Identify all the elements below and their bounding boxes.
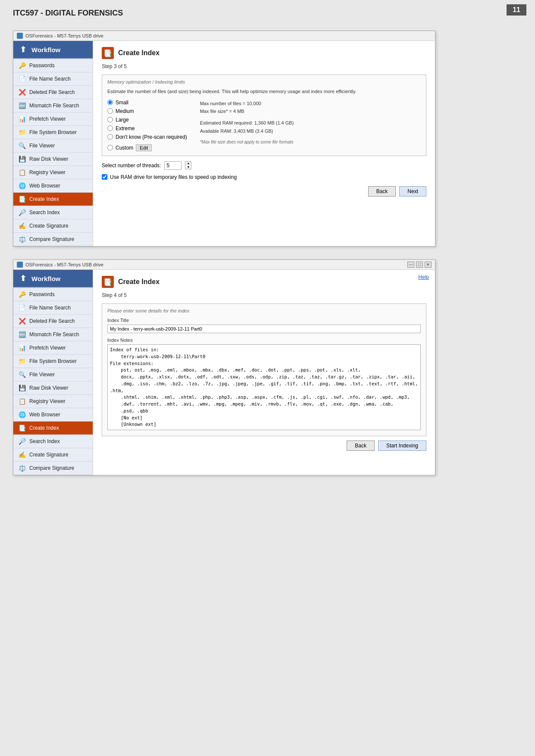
sidebar-item-create-index[interactable]: 📑 Create Index	[13, 193, 93, 206]
radio-medium-input[interactable]	[107, 108, 113, 114]
compare-signature-label: Compare Signature	[29, 236, 74, 242]
sidebar-item-compare-signature[interactable]: ⚖️ Compare Signature	[13, 233, 93, 246]
workflow-header: ⬆ Workflow	[13, 41, 93, 58]
sidebar-item-file-name-search-2[interactable]: 📄 File Name Search	[13, 301, 93, 315]
compare-signature-icon-2: ⚖️	[18, 464, 26, 472]
sidebar-item-prefetch-viewer[interactable]: 📊 Prefetch Viewer	[13, 112, 93, 126]
back-button-2[interactable]: Back	[347, 440, 375, 451]
close-button[interactable]: ✕	[425, 262, 432, 268]
next-button-1[interactable]: Next	[399, 186, 426, 197]
radio-custom-row: Custom Edit	[107, 144, 187, 151]
file-system-browser-icon-2: 📁	[18, 357, 26, 366]
registry-viewer-icon: 📋	[18, 168, 26, 177]
sidebar-item-file-viewer[interactable]: 🔍 File Viewer	[13, 139, 93, 153]
search-index-label-2: Search Index	[29, 438, 60, 444]
ram-drive-checkbox-row[interactable]: Use RAM drive for temporary files to spe…	[102, 174, 426, 180]
file-name-search-icon: 📄	[18, 75, 26, 83]
mismatch-file-search-icon-2: 🔤	[18, 330, 26, 339]
create-signature-label: Create Signature	[29, 223, 69, 229]
radio-large[interactable]: Large	[107, 117, 187, 123]
sidebar-item-create-signature[interactable]: ✍️ Create Signature	[13, 219, 93, 233]
registry-viewer-label-2: Registry Viewer	[29, 398, 66, 404]
sidebar-item-create-index-2[interactable]: 📑 Create Index	[13, 422, 93, 435]
sidebar-item-web-browser[interactable]: 🌐 Web Browser	[13, 179, 93, 193]
radio-dont-know[interactable]: Don't know (Pre-scan required)	[107, 134, 187, 140]
small-details: Max number of files = 10,000 Max file si…	[200, 100, 294, 116]
spinner-down[interactable]: ▼	[185, 166, 191, 169]
sidebar-item-registry-viewer[interactable]: 📋 Registry Viewer	[13, 166, 93, 179]
threads-input[interactable]	[164, 161, 181, 170]
search-index-icon-2: 🔎	[18, 437, 26, 446]
sidebar-item-passwords[interactable]: 🔑 Passwords	[13, 59, 93, 72]
spinner-up[interactable]: ▲	[185, 162, 191, 165]
radio-medium[interactable]: Medium	[107, 108, 187, 114]
sidebar-item-search-index-2[interactable]: 🔎 Search Index	[13, 435, 93, 448]
radio-dont-know-input[interactable]	[107, 134, 113, 140]
sidebar-item-file-viewer-2[interactable]: 🔍 File Viewer	[13, 368, 93, 381]
main-content-1: 📑 Create Index Step 3 of 5 Memory optimi…	[93, 41, 435, 246]
create-index-title-text-2: Create Index	[118, 278, 160, 286]
create-index-label: Create Index	[29, 196, 59, 202]
sidebar-item-compare-signature-2[interactable]: ⚖️ Compare Signature	[13, 462, 93, 475]
sidebar-item-file-system-browser[interactable]: 📁 File System Browser	[13, 126, 93, 139]
sidebar-item-passwords-2[interactable]: 🔑 Passwords	[13, 288, 93, 301]
sidebar-item-search-index[interactable]: 🔎 Search Index	[13, 206, 93, 219]
workflow-icon: ⬆	[18, 44, 28, 55]
footnote: *Max file size does not apply to some fi…	[200, 138, 294, 146]
index-title-input[interactable]	[107, 325, 421, 333]
radio-extreme-input[interactable]	[107, 125, 113, 131]
titlebar-2: OSForensics - M57-Terrys USB drive — □ ✕	[13, 260, 435, 270]
section-title-2: Please enter some details for the index	[107, 308, 421, 313]
ram-drive-label: Use RAM drive for temporary files to spe…	[110, 174, 237, 180]
web-browser-icon: 🌐	[18, 181, 26, 190]
compare-signature-icon: ⚖️	[18, 235, 26, 244]
start-indexing-button[interactable]: Start Indexing	[378, 440, 426, 451]
workflow-label-2: Workflow	[31, 275, 60, 282]
ram-drive-checkbox[interactable]	[102, 174, 107, 180]
sidebar-item-web-browser-2[interactable]: 🌐 Web Browser	[13, 408, 93, 422]
sidebar-item-deleted-file-search[interactable]: ❌ Deleted File Search	[13, 86, 93, 99]
create-signature-icon: ✍️	[18, 222, 26, 230]
sidebar-item-file-name-search[interactable]: 📄 File Name Search	[13, 72, 93, 86]
file-name-search-label-2: File Name Search	[29, 305, 71, 311]
create-index-label-2: Create Index	[29, 425, 59, 431]
sidebar-item-deleted-file-search-2[interactable]: ❌ Deleted File Search	[13, 315, 93, 328]
radio-custom[interactable]: Custom	[107, 145, 133, 151]
help-link[interactable]: Help	[418, 274, 429, 280]
index-notes-label: Index Notes	[107, 337, 421, 343]
sidebar-item-file-system-browser-2[interactable]: 📁 File System Browser	[13, 355, 93, 368]
sidebar-item-prefetch-viewer-2[interactable]: 📊 Prefetch Viewer	[13, 341, 93, 355]
search-index-label: Search Index	[29, 209, 60, 216]
radio-large-input[interactable]	[107, 117, 113, 122]
passwords-label: Passwords	[29, 62, 55, 69]
sidebar-item-create-signature-2[interactable]: ✍️ Create Signature	[13, 448, 93, 462]
sidebar-item-registry-viewer-2[interactable]: 📋 Registry Viewer	[13, 395, 93, 408]
radio-dont-know-label: Don't know (Pre-scan required)	[116, 134, 187, 140]
radio-small-input[interactable]	[107, 100, 113, 105]
workflow-header-2: ⬆ Workflow	[13, 270, 93, 287]
section-title-1: Memory optimization / Indexing limits	[107, 79, 421, 84]
sidebar-item-raw-disk-viewer-2[interactable]: 💾 Raw Disk Viewer	[13, 381, 93, 395]
app-icon-2	[17, 262, 23, 268]
main-title-area-1: 📑 Create Index	[102, 47, 426, 59]
radio-custom-input[interactable]	[107, 145, 113, 150]
restore-button[interactable]: □	[416, 262, 423, 268]
index-notes-textarea[interactable]: Index of files in: terry-work-usb-2009-1…	[107, 344, 421, 430]
edit-button[interactable]: Edit	[136, 144, 152, 151]
threads-spinner[interactable]: ▲ ▼	[185, 161, 191, 169]
create-signature-icon-2: ✍️	[18, 450, 26, 459]
section-desc-1: Estimate the number of files (and size) …	[107, 88, 421, 95]
back-button-1[interactable]: Back	[368, 186, 396, 197]
threads-section: Select number of threads: ▲ ▼ Use RAM dr…	[102, 161, 426, 180]
create-index-icon-2: 📑	[18, 424, 26, 432]
sidebar-item-mismatch-file-search[interactable]: 🔤 Mismatch File Search	[13, 99, 93, 112]
radio-small[interactable]: Small	[107, 100, 187, 106]
window-2: OSForensics - M57-Terrys USB drive — □ ✕…	[13, 259, 435, 475]
main-title-area-2: 📑 Create Index	[102, 276, 426, 288]
minimize-button[interactable]: —	[407, 262, 414, 268]
radio-extreme[interactable]: Extreme	[107, 125, 187, 131]
step-label-1: Step 3 of 5	[102, 63, 426, 69]
sidebar-item-mismatch-file-search-2[interactable]: 🔤 Mismatch File Search	[13, 328, 93, 341]
deleted-file-search-icon: ❌	[18, 88, 26, 97]
sidebar-item-raw-disk-viewer[interactable]: 💾 Raw Disk Viewer	[13, 153, 93, 166]
